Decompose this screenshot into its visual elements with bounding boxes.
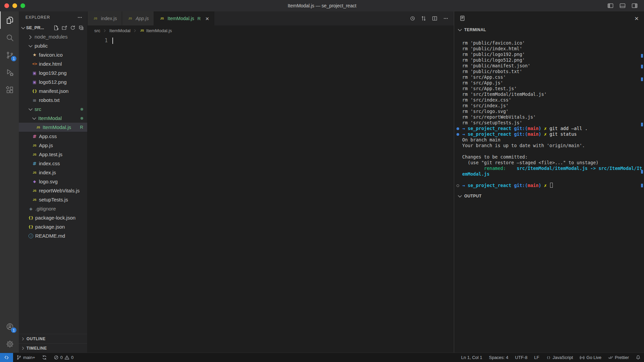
- terminal-content[interactable]: rm 'public/favicon.ico'rm 'public/index.…: [454, 35, 644, 191]
- tree-item-App.test.js[interactable]: JSApp.test.js: [19, 150, 87, 159]
- problems-status[interactable]: 00: [50, 353, 77, 362]
- tree-item-ItemModal[interactable]: ItemModal: [19, 114, 87, 123]
- tree-item-manifest.json[interactable]: {}manifest.json: [19, 86, 87, 96]
- chevron-icon: [103, 28, 107, 33]
- split-editor-button[interactable]: [432, 16, 437, 21]
- code-editor[interactable]: 1: [88, 36, 454, 353]
- tree-item-node_modules[interactable]: node_modules: [19, 32, 87, 41]
- section-outline[interactable]: OUTLINE: [19, 334, 87, 343]
- terminal-line: [462, 148, 641, 154]
- overview-ruler-mark: [641, 65, 643, 68]
- terminal-line: rm 'src/setupTests.js': [462, 120, 641, 126]
- tree-item-logo192.png[interactable]: ▣logo192.png: [19, 68, 87, 77]
- close-tab-button[interactable]: ×: [205, 15, 209, 22]
- tree-item-App.css[interactable]: #App.css: [19, 132, 87, 141]
- chevron-icon: [133, 28, 137, 33]
- close-panel-button[interactable]: ×: [635, 15, 639, 22]
- minimize-traffic-light[interactable]: [12, 3, 17, 8]
- section-timeline[interactable]: TIMELINE: [19, 343, 87, 353]
- indentation[interactable]: Spaces: 4: [486, 353, 512, 362]
- toggle-secondary-sidebar-button[interactable]: [631, 2, 638, 9]
- eol-indicator[interactable]: LF: [531, 353, 542, 362]
- tree-item-.gitignore[interactable]: ◈.gitignore: [19, 204, 87, 213]
- readme-file-icon: i: [29, 234, 33, 238]
- tree-item-robots.txt[interactable]: ≡robots.txt: [19, 96, 87, 105]
- tree-item-reportWebVitals.js[interactable]: JSreportWebVitals.js: [19, 186, 87, 195]
- tree-item-README.md[interactable]: iREADME.md: [19, 231, 87, 240]
- terminal-text: renamed:: [462, 166, 517, 171]
- prettier-status[interactable]: Prettier: [605, 353, 632, 362]
- tree-item-index.html[interactable]: <>index.html: [19, 59, 87, 68]
- terminal-text: main: [528, 131, 539, 137]
- tree-item-App.js[interactable]: JSApp.js: [19, 141, 87, 150]
- js-file-icon: JS: [31, 196, 38, 203]
- terminal-line: [462, 177, 641, 183]
- terminal-line: rm 'public/robots.txt': [462, 69, 641, 74]
- json-file-icon: {}: [31, 88, 38, 95]
- output-section-header[interactable]: OUTPUT: [454, 191, 644, 201]
- close-traffic-light[interactable]: [4, 3, 9, 8]
- image-file-icon: ▣: [31, 79, 38, 85]
- tree-item-ItemModal.js[interactable]: JSItemModal.jsR: [19, 123, 87, 132]
- history-button[interactable]: [410, 16, 415, 21]
- tree-item-setupTests.js[interactable]: JSsetupTests.js: [19, 195, 87, 204]
- remote-indicator[interactable]: [0, 353, 13, 362]
- new-folder-button[interactable]: [62, 25, 67, 31]
- sync-button[interactable]: [39, 353, 50, 362]
- status-label: Go Live: [586, 355, 601, 360]
- tree-item-logo.svg[interactable]: ◆logo.svg: [19, 177, 87, 186]
- encoding[interactable]: UTF-8: [512, 353, 531, 362]
- activity-explorer-button[interactable]: [0, 11, 19, 29]
- notifications-bell[interactable]: [632, 353, 644, 362]
- tree-item-index.js[interactable]: JSindex.js: [19, 168, 87, 177]
- activity-source-control-button[interactable]: 1: [0, 46, 19, 64]
- breadcrumb-item-src[interactable]: src: [94, 28, 100, 33]
- tree-item-package.json[interactable]: {}package.json: [19, 222, 87, 231]
- tree-item-label: App.css: [39, 133, 57, 139]
- workspace-section-header[interactable]: SE_PR...: [19, 23, 87, 32]
- zoom-traffic-light[interactable]: [20, 3, 25, 8]
- output-log-icon: [460, 15, 465, 21]
- tab-App.js[interactable]: JSApp.js: [122, 11, 154, 25]
- layout-left-icon: [607, 2, 614, 9]
- go-live-button[interactable]: Go Live: [576, 353, 605, 362]
- branch-status[interactable]: main+: [13, 353, 39, 362]
- tree-item-favicon.ico[interactable]: ★favicon.ico: [19, 50, 87, 59]
- open-changes-button[interactable]: [421, 16, 426, 21]
- activity-run-debug-button[interactable]: [0, 64, 19, 81]
- chevron-icon: [31, 116, 37, 121]
- activity-bar: 1 1: [0, 11, 19, 353]
- toggle-panel-button[interactable]: [619, 2, 626, 9]
- javascript-file-icon: JS: [140, 28, 145, 33]
- activity-accounts-button[interactable]: 1: [0, 318, 19, 335]
- breadcrumb-item-ItemModal[interactable]: ItemModal: [109, 28, 130, 33]
- cursor-position[interactable]: Ln 1, Col 1: [458, 353, 486, 362]
- tab-index.js[interactable]: JSindex.js: [88, 11, 122, 25]
- terminal-section-header[interactable]: TERMINAL: [454, 25, 644, 35]
- activity-search-button[interactable]: [0, 29, 19, 46]
- tree-item-logo512.png[interactable]: ▣logo512.png: [19, 77, 87, 86]
- activity-settings-gear-button[interactable]: [0, 335, 19, 353]
- collapse-all-button[interactable]: [78, 25, 84, 31]
- explorer-more-button[interactable]: [77, 15, 83, 20]
- tree-item-public[interactable]: public: [19, 41, 87, 50]
- terminal-cursor: [550, 183, 553, 188]
- chevron-down-icon: [20, 25, 26, 31]
- tree-item-package-lock.json[interactable]: {}package-lock.json: [19, 213, 87, 222]
- tab-bar-tabs: JSindex.jsJSApp.jsJSItemModal.jsR×: [88, 11, 214, 25]
- toggle-primary-sidebar-button[interactable]: [607, 2, 614, 9]
- activity-extensions-button[interactable]: [0, 81, 19, 99]
- language-mode[interactable]: {}JavaScript: [543, 353, 577, 362]
- tree-item-index.css[interactable]: #index.css: [19, 159, 87, 168]
- tree-item-src[interactable]: src: [19, 105, 87, 114]
- terminal-text: rm 'src/index.css': [462, 97, 511, 103]
- image-file-icon: ▣: [31, 70, 38, 76]
- tab-ItemModal.js[interactable]: JSItemModal.jsR×: [154, 11, 214, 25]
- chevron-icon: [28, 34, 34, 40]
- activity-badge: 1: [11, 56, 16, 61]
- git-change-dot: [80, 117, 83, 120]
- new-file-button[interactable]: [53, 25, 59, 31]
- more-button[interactable]: [443, 16, 448, 21]
- refresh-button[interactable]: [70, 25, 75, 31]
- breadcrumb-item-ItemModal.js[interactable]: JSItemModal.js: [140, 28, 172, 33]
